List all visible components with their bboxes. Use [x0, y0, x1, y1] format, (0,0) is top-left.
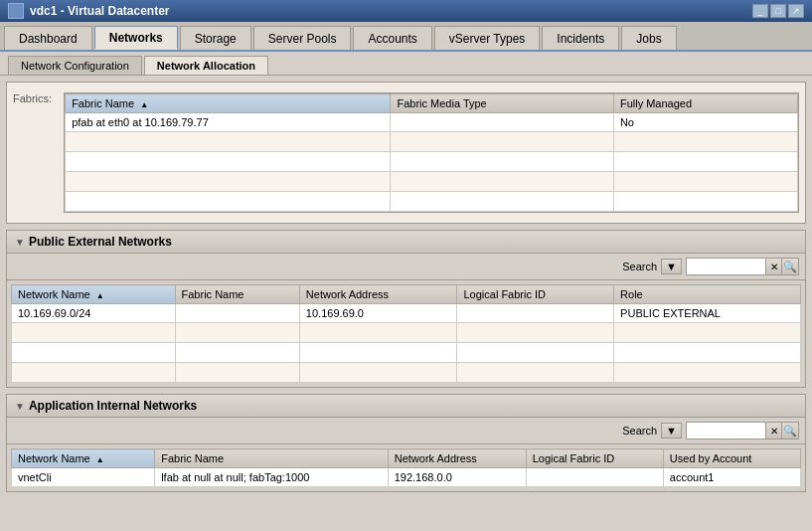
app-collapse-icon[interactable]: ▼ — [15, 401, 25, 412]
app-col-fabric-name: Fabric Name — [155, 449, 389, 468]
pub-network-name-cell: 10.169.69.0/24 — [12, 304, 176, 323]
pub-fabric-name-cell — [175, 304, 299, 323]
tab-server-pools[interactable]: Server Pools — [253, 26, 352, 50]
public-external-search-input[interactable] — [686, 258, 765, 275]
app-internal-search-input[interactable] — [686, 422, 765, 440]
app-internal-networks-table-wrap: Network Name ▲ Fabric Name Network Addre… — [6, 444, 806, 492]
app-internal-search-label: Search — [622, 425, 657, 437]
public-external-networks-search-bar: Search ▼ ✕ 🔍 — [6, 254, 806, 280]
fabrics-col-fully-managed: Fully Managed — [613, 94, 797, 113]
table-row-empty — [12, 323, 801, 343]
app-sort-arrow: ▲ — [96, 455, 104, 464]
app-fabric-name-cell: lfab at null at null; fabTag:1000 — [155, 468, 389, 487]
fabrics-table-container: Fabric Name ▲ Fabric Media Type Fully Ma… — [64, 92, 799, 213]
app-network-address-cell: 192.168.0.0 — [388, 468, 526, 487]
minimize-button[interactable]: _ — [752, 4, 768, 18]
table-row-empty-3 — [66, 172, 798, 192]
fabric-media-type-cell — [391, 113, 613, 132]
app-internal-networks-header: ▼ Application Internal Networks — [6, 394, 806, 418]
tab-dashboard[interactable]: Dashboard — [4, 26, 92, 50]
fabrics-col-media-type: Fabric Media Type — [391, 94, 613, 113]
public-external-search-label: Search — [622, 261, 657, 272]
sort-arrow-up: ▲ — [140, 100, 148, 109]
pub-logical-fabric-id-cell — [457, 304, 614, 323]
app-col-used-by-account: Used by Account — [663, 449, 800, 468]
public-external-networks-table: Network Name ▲ Fabric Name Network Addre… — [11, 284, 801, 383]
app-used-by-account-cell: account1 — [663, 468, 800, 487]
app-internal-search-input-wrap: ✕ 🔍 — [686, 422, 799, 440]
main-content: Network Configuration Network Allocation… — [0, 52, 812, 531]
app-internal-search-go-button[interactable]: 🔍 — [781, 422, 799, 440]
app-logical-fabric-id-cell — [526, 468, 663, 487]
table-row-empty-1 — [66, 132, 798, 152]
tab-storage[interactable]: Storage — [180, 26, 251, 50]
tab-vserver-types[interactable]: vServer Types — [434, 26, 540, 50]
fabric-name-cell: pfab at eth0 at 10.169.79.77 — [66, 113, 391, 132]
table-row: vnetCli lfab at null at null; fabTag:100… — [12, 468, 801, 487]
public-external-networks-table-wrap: Network Name ▲ Fabric Name Network Addre… — [6, 280, 806, 388]
app-internal-search-clear-button[interactable]: ✕ — [765, 422, 781, 440]
pub-col-role: Role — [614, 285, 801, 304]
pub-col-network-name: Network Name ▲ — [12, 285, 176, 304]
fabrics-panel: Fabrics: Fabric Name ▲ Fabric Media Type… — [6, 82, 806, 224]
sub-tab-network-configuration[interactable]: Network Configuration — [8, 56, 142, 75]
window-title: vdc1 - Virtual Datacenter — [30, 4, 170, 18]
tab-incidents[interactable]: Incidents — [542, 26, 619, 50]
app-internal-networks-table: Network Name ▲ Fabric Name Network Addre… — [11, 448, 801, 487]
title-bar: vdc1 - Virtual Datacenter _ □ ↗ — [0, 0, 812, 22]
table-row-empty — [12, 363, 801, 383]
pub-network-address-cell: 10.169.69.0 — [299, 304, 457, 323]
public-external-networks-header: ▼ Public External Networks — [6, 230, 806, 254]
fabrics-label: Fabrics: — [13, 92, 58, 104]
app-internal-networks-title: Application Internal Networks — [29, 399, 197, 413]
window-controls: _ □ ↗ — [752, 4, 804, 18]
fabrics-table: Fabric Name ▲ Fabric Media Type Fully Ma… — [65, 93, 798, 212]
table-row-empty-2 — [66, 152, 798, 172]
sub-tab-bar: Network Configuration Network Allocation — [0, 52, 812, 76]
table-row: 10.169.69.0/24 10.169.69.0 PUBLIC EXTERN… — [12, 304, 801, 323]
public-external-search-dropdown[interactable]: ▼ — [661, 259, 682, 274]
fabrics-col-name: Fabric Name ▲ — [66, 94, 391, 113]
pub-col-fabric-name: Fabric Name — [175, 285, 299, 304]
nav-bar: Dashboard Networks Storage Server Pools … — [0, 22, 812, 52]
app-network-name-cell: vnetCli — [12, 468, 155, 487]
app-col-logical-fabric-id: Logical Fabric ID — [526, 449, 663, 468]
public-external-networks-title: Public External Networks — [29, 235, 172, 249]
table-row-empty — [12, 343, 801, 363]
pub-col-logical-fabric-id: Logical Fabric ID — [457, 285, 614, 304]
pub-sort-arrow: ▲ — [96, 291, 104, 300]
app-dropdown-arrow-icon: ▼ — [666, 425, 677, 437]
tab-networks[interactable]: Networks — [94, 26, 178, 50]
tab-jobs[interactable]: Jobs — [621, 26, 676, 50]
app-internal-search-dropdown[interactable]: ▼ — [661, 423, 682, 439]
public-external-search-clear-button[interactable]: ✕ — [765, 258, 781, 275]
public-external-search-input-wrap: ✕ 🔍 — [686, 258, 799, 275]
restore-button[interactable]: □ — [770, 4, 786, 18]
app-icon — [8, 3, 24, 19]
fabrics-form: Fabrics: Fabric Name ▲ Fabric Media Type… — [13, 88, 799, 217]
table-row: pfab at eth0 at 10.169.79.77 No — [66, 113, 798, 132]
pub-col-network-address: Network Address — [299, 285, 457, 304]
collapse-icon[interactable]: ▼ — [15, 237, 25, 248]
pub-role-cell: PUBLIC EXTERNAL — [614, 304, 801, 323]
sub-tab-network-allocation[interactable]: Network Allocation — [144, 56, 268, 75]
app-col-network-address: Network Address — [388, 449, 526, 468]
app-internal-networks-search-bar: Search ▼ ✕ 🔍 — [6, 418, 806, 444]
tab-accounts[interactable]: Accounts — [353, 26, 431, 50]
external-button[interactable]: ↗ — [788, 4, 804, 18]
public-external-search-go-button[interactable]: 🔍 — [781, 258, 799, 275]
dropdown-arrow-icon: ▼ — [666, 261, 677, 272]
table-row-empty-4 — [66, 192, 798, 212]
fully-managed-cell: No — [613, 113, 797, 132]
app-col-network-name: Network Name ▲ — [12, 449, 155, 468]
